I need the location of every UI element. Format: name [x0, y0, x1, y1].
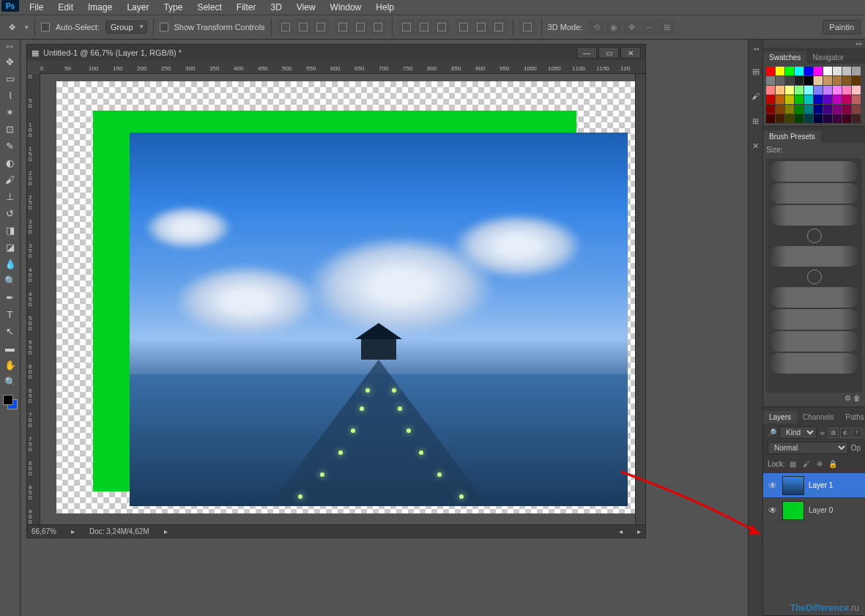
swatch-color[interactable]	[852, 67, 861, 75]
swatch-color[interactable]	[776, 67, 784, 75]
swatch-color[interactable]	[842, 105, 851, 114]
distribute-vcenter-icon[interactable]	[416, 19, 432, 35]
layer-name[interactable]: Layer 0	[809, 506, 833, 514]
brush-preset-item[interactable]	[769, 183, 859, 204]
tools-collapse-icon[interactable]: ▸▸	[7, 42, 14, 50]
swatch-color[interactable]	[795, 95, 803, 104]
swatch-color[interactable]	[766, 76, 775, 85]
brush-options-icon[interactable]: ⚙ 🗑	[766, 393, 862, 404]
swatch-color[interactable]	[823, 114, 832, 123]
move-tool-icon[interactable]: ✥	[1, 53, 19, 70]
3d-scale-icon[interactable]: ⊞	[658, 19, 675, 35]
swatch-color[interactable]	[823, 95, 832, 104]
menu-edit[interactable]: Edit	[51, 1, 81, 14]
status-icon[interactable]: ▸	[71, 527, 75, 535]
tab-navigator[interactable]: Navigator	[806, 51, 850, 64]
swatch-color[interactable]	[766, 105, 775, 114]
swatch-color[interactable]	[766, 114, 775, 123]
lock-position-icon[interactable]: ✥	[814, 459, 825, 469]
swatch-color[interactable]	[823, 76, 832, 85]
swatch-color[interactable]	[804, 67, 813, 75]
zoom-tool-icon[interactable]: 🔍	[1, 374, 19, 390]
ruler-horizontal[interactable]: 0501001502002503003504004505005506006507…	[40, 61, 645, 74]
swatch-color[interactable]	[852, 76, 861, 85]
align-vcenter-icon[interactable]	[295, 19, 311, 35]
swatch-color[interactable]	[804, 95, 813, 104]
lock-pixels-icon[interactable]: 🖌	[801, 459, 812, 469]
hand-tool-icon[interactable]: ✋	[1, 357, 19, 373]
swatch-color[interactable]	[776, 76, 784, 85]
swatch-color[interactable]	[852, 114, 861, 123]
swatch-color[interactable]	[842, 86, 851, 94]
close-button[interactable]: ✕	[620, 47, 641, 59]
swatch-color[interactable]	[785, 76, 794, 85]
magic-wand-tool-icon[interactable]: ✶	[1, 104, 19, 120]
distribute-bottom-icon[interactable]	[434, 19, 450, 35]
swatch-color[interactable]	[833, 67, 842, 75]
layer-item[interactable]: 👁Layer 1	[763, 473, 865, 498]
swatch-color[interactable]	[814, 114, 823, 123]
layer-name[interactable]: Layer 1	[809, 481, 833, 489]
auto-align-icon[interactable]	[519, 19, 535, 35]
swatch-color[interactable]	[823, 67, 832, 75]
filter-type-icon[interactable]: T	[852, 428, 862, 438]
document-titlebar[interactable]: ▦ Untitled-1 @ 66,7% (Layer 1, RGB/8) * …	[27, 45, 645, 61]
swatch-color[interactable]	[776, 105, 784, 114]
show-transform-checkbox[interactable]	[160, 23, 168, 31]
maximize-button[interactable]: ▭	[598, 47, 619, 59]
align-top-icon[interactable]	[278, 19, 294, 35]
history-brush-tool-icon[interactable]: ↺	[1, 205, 19, 221]
swatch-color[interactable]	[785, 86, 794, 94]
gradient-tool-icon[interactable]: ◪	[1, 239, 19, 255]
brush-preset-item[interactable]	[769, 331, 859, 352]
marquee-tool-icon[interactable]: ▭	[1, 70, 19, 86]
swatch-color[interactable]	[795, 76, 803, 85]
swatch-color[interactable]	[804, 76, 813, 85]
swatch-color[interactable]	[852, 95, 861, 104]
dodge-tool-icon[interactable]: 🔍	[1, 272, 19, 289]
menu-3d[interactable]: 3D	[263, 1, 289, 14]
canvas[interactable]	[40, 74, 635, 524]
swatch-color[interactable]	[766, 95, 775, 104]
3d-roll-icon[interactable]: ◉	[606, 19, 622, 35]
history-panel-icon[interactable]: ▤	[750, 65, 762, 77]
swatch-color[interactable]	[776, 114, 784, 123]
swatch-color[interactable]	[785, 105, 794, 114]
swatch-color[interactable]	[852, 105, 861, 114]
menu-type[interactable]: Type	[156, 1, 190, 14]
minimize-button[interactable]: —	[576, 47, 597, 59]
tab-swatches[interactable]: Swatches	[763, 51, 806, 64]
swatch-color[interactable]	[823, 86, 832, 94]
swatch-color[interactable]	[814, 76, 823, 85]
align-bottom-icon[interactable]	[313, 19, 329, 35]
dock-collapse-icon[interactable]: ◂◂	[753, 45, 759, 52]
clone-panel-icon[interactable]: ⊞	[750, 115, 762, 127]
stamp-tool-icon[interactable]: ⊥	[1, 188, 19, 204]
distribute-top-icon[interactable]	[398, 19, 415, 35]
swatch-color[interactable]	[804, 105, 813, 114]
swatch-color[interactable]	[833, 105, 842, 114]
scroll-left-icon[interactable]: ◂	[619, 527, 623, 535]
swatch-color[interactable]	[823, 105, 832, 114]
tool-preset-dropdown-icon[interactable]: ▾	[25, 23, 29, 31]
swatch-color[interactable]	[842, 67, 851, 75]
ruler-vertical[interactable]: 0501001502002503003504004505005506006507…	[27, 74, 40, 524]
tab-brush-presets[interactable]: Brush Presets	[763, 130, 821, 143]
auto-select-checkbox[interactable]	[41, 23, 50, 31]
brush-panel-icon[interactable]: 🖌	[750, 90, 762, 102]
swatch-color[interactable]	[814, 67, 823, 75]
menu-view[interactable]: View	[289, 1, 323, 14]
swatch-color[interactable]	[852, 86, 861, 94]
doc-size[interactable]: Doc: 3,24M/4,62M	[89, 527, 149, 535]
filter-pixel-icon[interactable]: ▦	[828, 428, 839, 438]
auto-select-dropdown[interactable]: Group	[105, 21, 147, 34]
swatch-color[interactable]	[833, 114, 842, 123]
painting-button[interactable]: Paintin	[823, 20, 861, 34]
scrollbar-vertical[interactable]	[635, 74, 645, 524]
align-left-icon[interactable]	[335, 19, 351, 35]
brush-preset-list[interactable]	[766, 158, 862, 393]
menu-select[interactable]: Select	[190, 1, 229, 14]
scroll-right-icon[interactable]: ▸	[637, 527, 641, 535]
brush-preset-item[interactable]	[769, 309, 859, 330]
brush-preset-item[interactable]	[769, 246, 859, 267]
